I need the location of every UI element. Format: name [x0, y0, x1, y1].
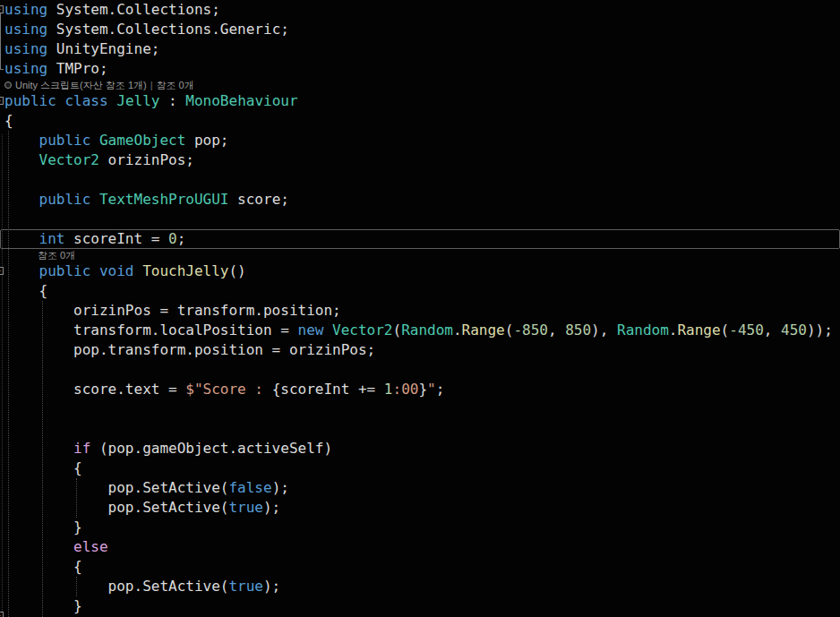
code-line[interactable]: }: [0, 518, 840, 537]
code-token: using: [4, 1, 47, 18]
code-token: ;: [436, 381, 445, 398]
code-token: {: [4, 459, 82, 476]
code-line[interactable]: orizinPos = transform.position;: [0, 301, 840, 321]
code-token: ;: [177, 230, 186, 247]
code-token: int: [39, 230, 65, 247]
code-token: score.text =: [4, 381, 185, 398]
code-token: Range: [462, 321, 505, 338]
code-area[interactable]: using System.Collections;using System.Co…: [0, 0, 840, 616]
code-line[interactable]: Vector2 orizinPos;: [0, 150, 840, 170]
code-token: public: [39, 262, 91, 279]
code-line[interactable]: {: [0, 111, 840, 131]
unity-icon: [4, 81, 12, 89]
code-token: [56, 92, 65, 109]
code-line[interactable]: using System.Collections;: [0, 0, 840, 20]
code-token: pop.SetActive(: [4, 499, 228, 516]
code-line[interactable]: public void TouchJelly(): [0, 261, 840, 281]
code-line[interactable]: [0, 419, 840, 439]
codelens-references-link[interactable]: 참조 0개: [157, 79, 194, 91]
code-token: ,: [764, 321, 781, 338]
code-token: ));: [807, 321, 833, 338]
code-token: [108, 92, 117, 109]
code-token: [134, 262, 143, 279]
code-line[interactable]: pop.transform.position = orizinPos;: [0, 340, 840, 360]
code-line[interactable]: using UnityEngine;: [0, 39, 840, 59]
code-line[interactable]: }: [0, 596, 840, 616]
code-token: [4, 191, 39, 208]
code-token: }: [418, 381, 427, 398]
code-token: if: [73, 440, 90, 457]
code-token: );: [263, 578, 280, 595]
codelens-references-link[interactable]: 참조 0개: [38, 249, 75, 261]
code-token: :00: [393, 381, 419, 398]
code-line[interactable]: transform.localPosition = new Vector2(Ra…: [0, 321, 840, 340]
code-line[interactable]: [0, 170, 840, 190]
code-token: ),: [591, 321, 617, 338]
code-token: 850: [565, 321, 591, 338]
codelens-line: Unity 스크립트(자산 참조 1개)|참조 0개: [0, 79, 840, 91]
code-token: using: [4, 21, 47, 38]
code-line[interactable]: {: [0, 557, 840, 577]
code-line[interactable]: public class Jelly : MonoBehaviour: [0, 91, 840, 111]
code-token: true: [228, 499, 263, 516]
code-token: public: [4, 92, 56, 109]
code-line[interactable]: int scoreInt = 0;: [0, 229, 840, 249]
code-token: Random: [401, 321, 453, 338]
codelens-separator: |: [147, 79, 157, 91]
code-token: [4, 538, 73, 555]
collapse-box-icon[interactable]: -: [0, 267, 4, 275]
code-token: [90, 132, 99, 149]
code-token: (: [393, 321, 402, 338]
code-line[interactable]: else: [0, 537, 840, 557]
collapse-box-icon[interactable]: -: [0, 5, 4, 13]
code-token: :: [159, 92, 185, 109]
code-token: }: [4, 597, 82, 614]
code-token: [4, 440, 73, 457]
code-token: GameObject: [99, 132, 185, 149]
code-token: void: [99, 262, 134, 279]
code-line[interactable]: {: [0, 281, 840, 301]
code-token: );: [263, 499, 280, 516]
collapse-box-icon[interactable]: -: [0, 97, 4, 105]
code-token: );: [272, 479, 289, 496]
code-token: }: [4, 518, 82, 536]
code-line[interactable]: {: [0, 458, 840, 478]
code-token: pop;: [185, 132, 228, 149]
code-token: pop.transform.position = orizinPos;: [4, 341, 375, 358]
code-token: Vector2: [39, 151, 99, 168]
code-line[interactable]: [0, 360, 840, 380]
code-line[interactable]: if (pop.gameObject.activeSelf): [0, 439, 840, 458]
code-token: else: [73, 538, 108, 555]
code-token: Range: [677, 321, 720, 338]
code-line[interactable]: pop.SetActive(false);: [0, 478, 840, 498]
code-line[interactable]: [0, 399, 840, 419]
code-token: pop.SetActive(: [4, 578, 228, 595]
code-line[interactable]: [0, 210, 840, 229]
code-line[interactable]: score.text = $"Score : {scoreInt += 1:00…: [0, 380, 840, 399]
code-token: score;: [228, 191, 288, 208]
code-line[interactable]: public TextMeshProUGUI score;: [0, 190, 840, 210]
code-token: MonoBehaviour: [185, 92, 297, 109]
code-token: 0: [168, 230, 177, 247]
code-line[interactable]: using System.Collections.Generic;: [0, 20, 840, 39]
code-line[interactable]: using TMPro;: [0, 59, 840, 79]
code-token: public: [39, 191, 91, 208]
code-token: (): [228, 262, 245, 279]
code-token: (: [505, 321, 514, 338]
code-token: [4, 262, 39, 279]
code-line[interactable]: public GameObject pop;: [0, 131, 840, 150]
code-token: -450: [729, 321, 764, 338]
code-token: public: [39, 132, 91, 149]
code-line[interactable]: pop.SetActive(true);: [0, 577, 840, 596]
code-token: ,: [548, 321, 565, 338]
codelens-unity-script-link[interactable]: Unity 스크립트(자산 참조 1개): [15, 79, 147, 91]
collapse-box-icon[interactable]: -: [0, 612, 4, 617]
code-token: .: [453, 321, 462, 338]
code-line[interactable]: pop.SetActive(true);: [0, 498, 840, 518]
code-token: Jelly: [116, 92, 159, 109]
code-token: 450: [781, 321, 807, 338]
code-token: class: [64, 92, 107, 109]
code-token: true: [228, 578, 263, 595]
code-token: [4, 230, 39, 247]
code-token: TextMeshProUGUI: [99, 191, 229, 208]
